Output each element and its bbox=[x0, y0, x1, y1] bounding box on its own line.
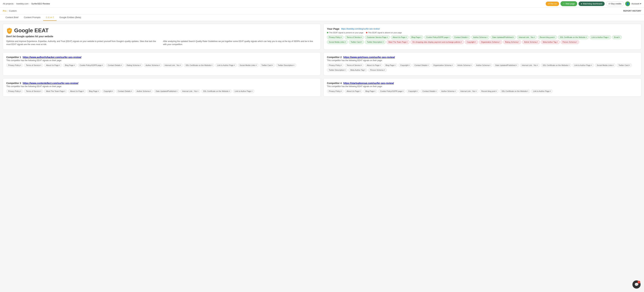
new-page-button[interactable]: ＋ New page bbox=[560, 1, 577, 6]
tag-blog-page[interactable]: Blog Page ▾ bbox=[410, 35, 424, 39]
tag-person-schema[interactable]: Person Schema ▾ bbox=[368, 68, 386, 72]
tag-contact-details[interactable]: Contact Details ▾ bbox=[452, 35, 470, 39]
tag-person-schema[interactable]: Person Schema ▾ bbox=[561, 40, 579, 44]
tag-privacy-policy[interactable]: Privacy Policy ▾ bbox=[327, 89, 344, 93]
tag-privacy-policy[interactable]: Privacy Policy ▾ bbox=[327, 63, 344, 67]
tag-internal-link---yes[interactable]: Internal Link : Yes ▾ bbox=[517, 35, 537, 39]
tab-eeat[interactable]: E-E-A-T bbox=[43, 14, 56, 21]
tag-rating-schema[interactable]: Rating Schema ▾ bbox=[503, 40, 521, 44]
tag-customer-service-page[interactable]: Customer Service Page ▾ bbox=[365, 35, 390, 39]
tag-social-media-links[interactable]: Social Media Links ▾ bbox=[595, 63, 616, 67]
tag-ssl-certificate-on-the-website[interactable]: SSL Certificate on the Website ▾ bbox=[541, 63, 572, 67]
tag-internal-link---yes[interactable]: Internal Link : Yes ▾ bbox=[458, 89, 478, 93]
tag-ssl-certificate-on-the-website[interactable]: SSL Certificate on the Website ▾ bbox=[201, 89, 232, 93]
tag-privacy-policy[interactable]: Privacy Policy ▾ bbox=[6, 89, 23, 93]
tab-content-prompts[interactable]: Content Prompts bbox=[21, 14, 43, 21]
tag-about-us-page[interactable]: About Us Page ▾ bbox=[68, 89, 86, 93]
tag-cookie-policy-gdpr-page[interactable]: Cookie Policy/GDPR page ▾ bbox=[424, 35, 452, 39]
tag-article-schema[interactable]: Article Schema ▾ bbox=[456, 63, 473, 67]
tag-organization-schema[interactable]: Organization Schema ▾ bbox=[432, 63, 454, 67]
competitor2-url[interactable]: https://www.gotchseo.com/surfer-seo-revi… bbox=[343, 56, 395, 59]
tag-date-updated-published[interactable]: Date Updated/Published ▾ bbox=[490, 35, 516, 39]
tag-internal-link---yes[interactable]: Internal Link : Yes ▾ bbox=[163, 63, 183, 67]
tag-ssl-certificate-on-the-website[interactable]: SSL Certificate on the Website ▾ bbox=[184, 63, 214, 67]
tag-terms-of-service[interactable]: Terms of Service ▾ bbox=[345, 35, 364, 39]
competitor3-url[interactable]: https://www.contentellect.com/surfer-seo… bbox=[23, 82, 78, 85]
tag-meta-author-tag[interactable]: Meta Author Tag ▾ bbox=[541, 40, 560, 44]
tag-link-to-author-page[interactable]: Link to Author Page ▾ bbox=[590, 35, 611, 39]
tag-link-to-author-page[interactable]: Link to Author Page ▾ bbox=[531, 89, 553, 93]
tag-terms-of-service[interactable]: Terms of Service ▾ bbox=[345, 63, 364, 67]
tag-meet-the-team-page[interactable]: Meet The Team Page ▾ bbox=[44, 89, 67, 93]
tag-author-schema[interactable]: Author Schema ▾ bbox=[135, 89, 153, 93]
account-button[interactable]: Account ▾ bbox=[632, 3, 641, 5]
tag-twitter-description[interactable]: Twitter Description ▾ bbox=[276, 63, 296, 67]
tag-about-us-page[interactable]: About Us Page ▾ bbox=[365, 63, 382, 67]
tag-terms-of-service[interactable]: Terms of Service ▾ bbox=[24, 89, 43, 93]
tag-twitter-description[interactable]: Twitter Description ▾ bbox=[365, 40, 386, 44]
competitor4-url[interactable]: https://startupbonsai.com/surfer-seo-rev… bbox=[343, 82, 394, 85]
breadcrumb-all-projects[interactable]: All projects bbox=[3, 3, 14, 5]
tag-about-us-page[interactable]: About Us Page ▾ bbox=[391, 35, 408, 39]
tag-twitter-card[interactable]: Twitter Card ▾ bbox=[616, 63, 632, 67]
tag-twitter-description[interactable]: Twitter Description ▾ bbox=[327, 68, 348, 72]
tag-rating-schema[interactable]: Rating Schema ▾ bbox=[125, 63, 143, 67]
tag-privacy-policy[interactable]: Privacy Policy ▾ bbox=[327, 35, 344, 39]
buy-credits-button[interactable]: 🏷 Buy credits bbox=[606, 1, 624, 6]
tag-internal-link---yes[interactable]: Internal Link : Yes ▾ bbox=[520, 63, 540, 67]
tag-meet-the-team-page[interactable]: Meet The Team Page ▾ bbox=[386, 40, 410, 44]
tag-cookie-policy-gdpr-page[interactable]: Cookie Policy/GDPR page ▾ bbox=[78, 63, 105, 67]
tag-contact-details[interactable]: Contact Details ▾ bbox=[116, 89, 134, 93]
tag-social-media-links[interactable]: Social Media Links ▾ bbox=[327, 40, 348, 44]
tab-google-entities[interactable]: Google Entities (Beta) bbox=[56, 14, 84, 21]
tag-copyright[interactable]: Copyright ▾ bbox=[406, 89, 420, 93]
tag-about-us-page[interactable]: About Us Page ▾ bbox=[345, 89, 362, 93]
tag-organization-schema[interactable]: Organization Schema ▾ bbox=[479, 40, 502, 44]
tag-link-to-author-page[interactable]: Link to Author Page ▾ bbox=[233, 89, 254, 93]
tag-copyright[interactable]: Copyright ▾ bbox=[465, 40, 478, 44]
tag-author-schema[interactable]: Author Schema ▾ bbox=[440, 89, 458, 93]
tag-copyright[interactable]: Copyright ▾ bbox=[398, 63, 412, 67]
tag-on-shopping-sites-display-payment-and-exchange-policies[interactable]: On shopping sites display payment and ex… bbox=[410, 40, 464, 44]
tag-twitter-card[interactable]: Twitter Card ▾ bbox=[260, 63, 275, 67]
tag-contact-details[interactable]: Contact Details ▾ bbox=[106, 63, 124, 67]
tab-content-brief[interactable]: Content Brief bbox=[3, 14, 21, 21]
tag-about-us-page[interactable]: About Us Page ▾ bbox=[44, 63, 62, 67]
report-history-button[interactable]: REPORT HISTORY bbox=[623, 10, 641, 12]
tag-blog-page[interactable]: Blog Page ▾ bbox=[364, 89, 377, 93]
tag-privacy-policy[interactable]: Privacy Policy ▾ bbox=[6, 63, 23, 67]
custom-label[interactable]: Custom bbox=[9, 10, 17, 12]
tag-contact-details[interactable]: Contact Details ▾ bbox=[412, 63, 430, 67]
tag-contact-details[interactable]: Contact Details ▾ bbox=[420, 89, 438, 93]
tag-internal-link---yes[interactable]: Internal Link : Yes ▾ bbox=[180, 89, 200, 93]
tag-date-updated-published[interactable]: Date Updated/Published ▾ bbox=[154, 89, 179, 93]
tag-author-schema[interactable]: Author Schema ▾ bbox=[144, 63, 162, 67]
tag-recent-blog-post[interactable]: Recent blog post ▾ bbox=[538, 35, 557, 39]
tag-link-to-author-page[interactable]: Link to Author Page ▾ bbox=[572, 63, 594, 67]
tag-email[interactable]: Email ▾ bbox=[612, 35, 622, 39]
tag-blog-page[interactable]: Blog Page ▾ bbox=[63, 63, 77, 67]
watchdog-button[interactable]: ● Watchdog dashboard bbox=[578, 2, 604, 6]
tag-social-media-links[interactable]: Social Media Links ▾ bbox=[238, 63, 258, 67]
tag-blog-page[interactable]: Blog Page ▾ bbox=[384, 63, 397, 67]
competitor1-url[interactable]: https://www.authorityhacker.com/surfer-s… bbox=[23, 56, 81, 59]
tag-terms-of-service[interactable]: Terms of Service ▾ bbox=[24, 63, 43, 67]
tag-date-updated-published[interactable]: Date Updated/Published ▾ bbox=[493, 63, 519, 67]
tag-blog-page[interactable]: Blog Page ▾ bbox=[87, 89, 101, 93]
pro-label[interactable]: Pro bbox=[3, 10, 6, 12]
tag-author-schema[interactable]: Author Schema ▾ bbox=[474, 63, 492, 67]
rerun-button[interactable]: ↺ Re-run bbox=[546, 2, 559, 6]
tag-author-schema[interactable]: Author Schema ▾ bbox=[471, 35, 490, 39]
tag-ssl-certificate-on-the-website[interactable]: SSL Certificate on the Website ▾ bbox=[500, 89, 530, 93]
breadcrumb-kwebby[interactable]: kwebby.com bbox=[16, 3, 28, 5]
tag-meta-author-tag[interactable]: Meta Author Tag ▾ bbox=[348, 68, 367, 72]
tag-cookie-policy-gdpr-page[interactable]: Cookie Policy/GDPR page ▾ bbox=[378, 89, 405, 93]
tag-ssl-certificate-on-the-website[interactable]: SSL Certificate on the Website ▾ bbox=[558, 35, 588, 39]
tag-twitter-card[interactable]: Twitter Card ▾ bbox=[349, 40, 364, 44]
tag-article-schema[interactable]: Article Schema ▾ bbox=[522, 40, 540, 44]
your-page-url[interactable]: https://kwebby.com/blog/surfer-seo-revie… bbox=[341, 28, 380, 30]
tag-link-to-author-page[interactable]: Link to Author Page ▾ bbox=[215, 63, 237, 67]
tag-recent-blog-post[interactable]: Recent blog post ▾ bbox=[480, 89, 499, 93]
eeat-subtitle: Don't let Google updates hit your websit… bbox=[6, 35, 317, 38]
tag-copyright[interactable]: Copyright ▾ bbox=[102, 89, 115, 93]
